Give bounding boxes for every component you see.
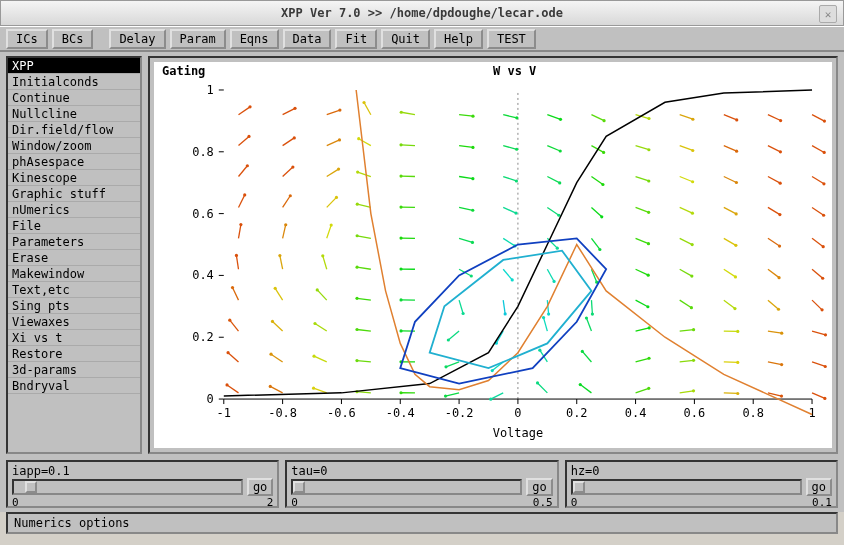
svg-line-212 bbox=[357, 204, 371, 207]
svg-point-77 bbox=[444, 365, 447, 368]
svg-line-310 bbox=[680, 115, 693, 120]
slider[interactable] bbox=[571, 479, 802, 495]
svg-point-127 bbox=[316, 288, 319, 291]
svg-point-133 bbox=[462, 312, 465, 315]
sidebar-item-dparams[interactable]: 3d-params bbox=[8, 362, 140, 378]
svg-point-211 bbox=[335, 196, 338, 199]
panel-label: tau=0 bbox=[291, 464, 552, 478]
svg-line-300 bbox=[459, 115, 473, 116]
svg-line-204 bbox=[812, 238, 823, 246]
sidebar-item-windowzoom[interactable]: Window/zoom bbox=[8, 138, 140, 154]
svg-line-122 bbox=[233, 288, 239, 301]
eqns-button[interactable]: Eqns bbox=[230, 29, 279, 49]
sidebar-item-numerics[interactable]: nUmerics bbox=[8, 202, 140, 218]
quit-button[interactable]: Quit bbox=[381, 29, 430, 49]
svg-point-175 bbox=[777, 276, 780, 279]
svg-line-76 bbox=[446, 362, 459, 367]
svg-line-244 bbox=[459, 177, 473, 179]
svg-line-154 bbox=[323, 256, 327, 269]
svg-line-254 bbox=[680, 177, 693, 182]
sidebar-item-textetc[interactable]: Text,etc bbox=[8, 282, 140, 298]
svg-text:-1: -1 bbox=[217, 406, 231, 420]
svg-line-262 bbox=[238, 136, 249, 145]
sidebar-item-dirfieldflow[interactable]: Dir.field/flow bbox=[8, 122, 140, 138]
svg-line-268 bbox=[359, 139, 371, 146]
sidebar-item-viewaxes[interactable]: Viewaxes bbox=[8, 314, 140, 330]
param-panel-1: tau=0go00.5 bbox=[285, 460, 558, 508]
sidebar-item-continue[interactable]: Continue bbox=[8, 90, 140, 106]
param-button[interactable]: Param bbox=[170, 29, 226, 49]
sidebar-item-erase[interactable]: Erase bbox=[8, 250, 140, 266]
svg-text:0.6: 0.6 bbox=[192, 207, 214, 221]
svg-line-276 bbox=[547, 146, 560, 151]
delay-button[interactable]: Delay bbox=[109, 29, 165, 49]
ics-button[interactable]: ICs bbox=[6, 29, 48, 49]
svg-line-304 bbox=[547, 115, 560, 120]
svg-point-39 bbox=[225, 383, 228, 386]
svg-point-91 bbox=[780, 363, 783, 366]
svg-point-297 bbox=[362, 101, 365, 104]
test-button[interactable]: TEST bbox=[487, 29, 536, 49]
svg-point-195 bbox=[598, 248, 601, 251]
sidebar-item-makewindow[interactable]: Makewindow bbox=[8, 266, 140, 282]
svg-point-271 bbox=[399, 143, 402, 146]
plot-area[interactable]: Gating W vs V -1-0.8-0.6-0.4-0.200.20.40… bbox=[148, 56, 838, 454]
svg-line-72 bbox=[357, 361, 371, 362]
svg-point-57 bbox=[647, 387, 650, 390]
panel-label: iapp=0.1 bbox=[12, 464, 273, 478]
svg-point-231 bbox=[778, 213, 781, 216]
sidebar-item-kinescope[interactable]: Kinescope bbox=[8, 170, 140, 186]
sidebar-item-graphicstuff[interactable]: Graphic stuff bbox=[8, 186, 140, 202]
svg-point-41 bbox=[269, 385, 272, 388]
sidebar-item-nullcline[interactable]: Nullcline bbox=[8, 106, 140, 122]
svg-line-240 bbox=[358, 172, 371, 176]
go-button[interactable]: go bbox=[526, 478, 552, 496]
svg-text:1: 1 bbox=[207, 83, 214, 97]
sidebar-item-phasespace[interactable]: phAsespace bbox=[8, 154, 140, 170]
go-button[interactable]: go bbox=[247, 478, 273, 496]
svg-point-99 bbox=[313, 322, 316, 325]
svg-line-230 bbox=[768, 207, 780, 214]
sidebar-item-parameters[interactable]: Parameters bbox=[8, 234, 140, 250]
sidebar-item-xpp[interactable]: XPP bbox=[8, 58, 140, 74]
svg-line-82 bbox=[582, 351, 591, 362]
svg-point-313 bbox=[735, 118, 738, 121]
close-icon[interactable]: ✕ bbox=[819, 5, 837, 23]
svg-point-145 bbox=[733, 307, 736, 310]
svg-line-148 bbox=[812, 300, 822, 310]
svg-point-315 bbox=[779, 119, 782, 122]
sidebar-item-restore[interactable]: Restore bbox=[8, 346, 140, 362]
go-button[interactable]: go bbox=[806, 478, 832, 496]
svg-line-220 bbox=[547, 207, 559, 215]
svg-line-98 bbox=[315, 324, 327, 332]
svg-line-70 bbox=[314, 356, 327, 362]
svg-point-235 bbox=[246, 164, 249, 167]
sidebar-item-initialconds[interactable]: Initialconds bbox=[8, 74, 140, 90]
sidebar-item-xivst[interactable]: Xi vs t bbox=[8, 330, 140, 346]
window-title: XPP Ver 7.0 >> /home/dpdoughe/lecar.ode bbox=[281, 6, 563, 20]
svg-text:0.6: 0.6 bbox=[684, 406, 706, 420]
slider[interactable] bbox=[12, 479, 243, 495]
data-button[interactable]: Data bbox=[283, 29, 332, 49]
statusbar: Numerics options bbox=[6, 512, 838, 534]
sidebar-item-bndryval[interactable]: Bndryval bbox=[8, 378, 140, 394]
svg-point-203 bbox=[778, 244, 781, 247]
svg-line-64 bbox=[812, 393, 825, 399]
help-button[interactable]: Help bbox=[434, 29, 483, 49]
fit-button[interactable]: Fit bbox=[335, 29, 377, 49]
svg-line-208 bbox=[283, 196, 291, 208]
phase-plane-plot[interactable]: -1-0.8-0.6-0.4-0.200.20.40.60.8100.20.40… bbox=[154, 80, 832, 449]
svg-point-197 bbox=[647, 242, 650, 245]
sidebar-item-file[interactable]: File bbox=[8, 218, 140, 234]
svg-text:0.2: 0.2 bbox=[566, 406, 588, 420]
svg-line-120 bbox=[812, 331, 825, 335]
svg-point-301 bbox=[471, 115, 474, 118]
svg-point-305 bbox=[559, 118, 562, 121]
svg-line-126 bbox=[317, 290, 326, 300]
bcs-button[interactable]: BCs bbox=[52, 29, 94, 49]
svg-point-69 bbox=[269, 353, 272, 356]
svg-point-169 bbox=[647, 274, 650, 277]
svg-line-316 bbox=[812, 115, 824, 121]
sidebar-item-singpts[interactable]: Sing pts bbox=[8, 298, 140, 314]
slider[interactable] bbox=[291, 479, 522, 495]
